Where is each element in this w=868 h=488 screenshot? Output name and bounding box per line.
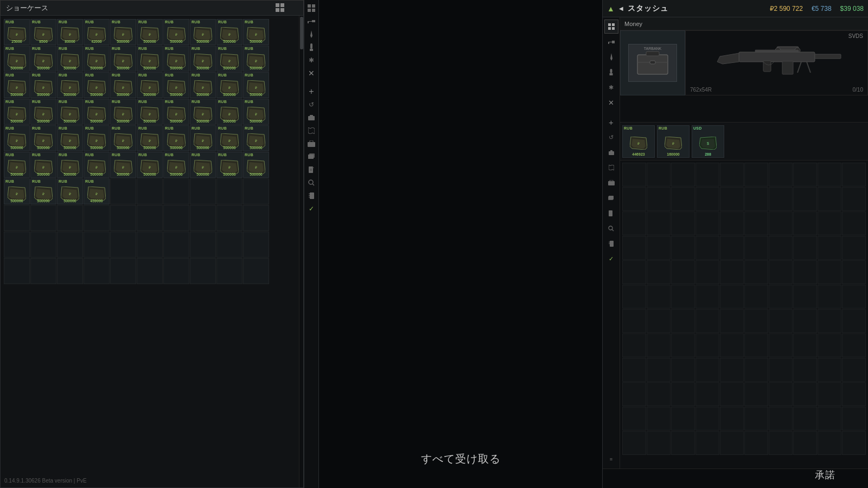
stash-cell[interactable] (842, 260, 866, 284)
stash-cell[interactable] (793, 236, 817, 260)
stash-sidebar-icon-star[interactable]: ✱ (604, 80, 618, 94)
showcase-cell[interactable]: RUB ₽ 500000 (163, 46, 189, 72)
stash-cell[interactable] (769, 382, 793, 406)
stash-cell[interactable] (842, 358, 866, 382)
showcase-cell[interactable]: RUB ₽ 500000 (57, 152, 83, 178)
stash-sidebar-icon-map[interactable] (604, 160, 618, 175)
stash-cell[interactable] (720, 358, 744, 382)
stash-cell[interactable] (647, 431, 671, 455)
stash-cell[interactable] (818, 211, 841, 235)
toolbar-icon-gun[interactable] (305, 15, 317, 27)
stash-cell[interactable] (695, 163, 719, 187)
stash-cell[interactable] (695, 358, 719, 382)
stash-cell[interactable] (671, 382, 695, 406)
toolbar-icon-search[interactable] (305, 177, 317, 189)
stash-sidebar-icon-ammo[interactable] (604, 65, 618, 79)
showcase-cell[interactable]: RUB ₽ 500000 (110, 125, 136, 151)
stash-cell[interactable] (695, 211, 719, 235)
showcase-cell[interactable] (216, 205, 242, 231)
stash-cell[interactable] (622, 407, 646, 431)
showcase-cell[interactable] (216, 232, 242, 258)
showcase-cell[interactable]: RUB ₽ 500000 (4, 178, 30, 204)
showcase-cell[interactable]: RUB ₽ 500000 (84, 125, 110, 151)
showcase-cell[interactable]: RUB ₽ 500000 (163, 19, 189, 45)
stash-cell[interactable] (622, 431, 646, 455)
showcase-cell[interactable]: RUB ₽ 500000 (137, 72, 163, 98)
stash-cell[interactable] (647, 382, 671, 406)
showcase-cell[interactable]: RUB ₽ 500000 (30, 99, 56, 125)
showcase-cell[interactable]: RUB ₽ 500000 (4, 152, 30, 178)
toolbar-icon-notebook[interactable] (305, 190, 317, 202)
showcase-cell[interactable]: RUB ₽ 500000 (30, 125, 56, 151)
stash-sidebar-icon-knife[interactable] (604, 50, 618, 64)
showcase-cell[interactable]: RUB ₽ 500000 (4, 72, 30, 98)
toolbar-icon-doc[interactable] (305, 164, 317, 176)
showcase-cell[interactable] (137, 258, 163, 284)
showcase-cell[interactable]: RUB ₽ 500000 (137, 46, 163, 72)
money-item-rub2[interactable]: RUB ₽ 160000 (657, 125, 690, 158)
stash-cell[interactable] (769, 431, 793, 455)
showcase-cell[interactable]: RUB ₽ 500000 (243, 125, 269, 151)
showcase-cell[interactable] (84, 258, 110, 284)
toolbar-icon-knife[interactable] (305, 28, 317, 40)
stash-cell[interactable] (842, 382, 866, 406)
showcase-cell[interactable]: RUB ₽ 500000 (243, 46, 269, 72)
showcase-cell[interactable]: RUB ₽ 500000 (216, 152, 242, 178)
showcase-cell[interactable] (190, 178, 216, 204)
stash-cell[interactable] (695, 285, 719, 309)
toolbar-icon-map[interactable] (305, 125, 317, 137)
stash-cell[interactable] (793, 358, 817, 382)
stash-cell[interactable] (769, 211, 793, 235)
showcase-cell[interactable]: RUB ₽ 459000 (84, 178, 110, 204)
showcase-cell[interactable] (84, 232, 110, 258)
stash-cell[interactable] (647, 309, 671, 333)
showcase-cell[interactable]: RUB ₽ 500000 (30, 46, 56, 72)
stash-cell[interactable] (769, 407, 793, 431)
stash-cell[interactable] (671, 407, 695, 431)
showcase-cell[interactable]: RUB ₽ 500000 (163, 125, 189, 151)
stash-cell[interactable] (695, 187, 719, 211)
showcase-cell[interactable]: RUB ₽ 25000 (4, 19, 30, 45)
stash-cell[interactable] (769, 358, 793, 382)
stash-cell[interactable] (622, 187, 646, 211)
stash-cell[interactable] (622, 260, 646, 284)
stash-cell[interactable] (842, 285, 866, 309)
stash-cell[interactable] (720, 407, 744, 431)
stash-cell[interactable] (622, 211, 646, 235)
stash-cell[interactable] (818, 309, 841, 333)
showcase-cell[interactable] (137, 178, 163, 204)
scrollbar[interactable] (299, 16, 303, 487)
stash-cell[interactable] (744, 358, 768, 382)
showcase-cell[interactable]: RUB ₽ 500000 (216, 19, 242, 45)
stash-cell[interactable] (671, 333, 695, 357)
showcase-cell[interactable] (4, 205, 30, 231)
toolbar-icon-ammo[interactable] (305, 41, 317, 53)
showcase-cell[interactable]: RUB ₽ 500000 (216, 99, 242, 125)
stash-cell[interactable] (671, 431, 695, 455)
stash-sidebar-icon-briefcase[interactable] (604, 176, 618, 190)
stash-cell[interactable] (647, 285, 671, 309)
stash-cell[interactable] (671, 260, 695, 284)
showcase-cell[interactable]: RUB ₽ 500000 (216, 46, 242, 72)
showcase-cell[interactable] (30, 232, 56, 258)
stash-cell[interactable] (622, 285, 646, 309)
showcase-cell[interactable] (163, 258, 189, 284)
stash-cell[interactable] (793, 187, 817, 211)
stash-cell[interactable] (744, 211, 768, 235)
stash-cell[interactable] (720, 309, 744, 333)
stash-cell[interactable] (720, 163, 744, 187)
showcase-cell[interactable]: RUB ₽ 500000 (57, 72, 83, 98)
stash-cell[interactable] (622, 163, 646, 187)
stash-cell[interactable] (720, 260, 744, 284)
toolbar-icon-check[interactable]: ✓ (305, 203, 317, 215)
showcase-cell[interactable] (163, 232, 189, 258)
showcase-cell[interactable]: RUB ₽ 500000 (163, 72, 189, 98)
stash-cell[interactable] (744, 163, 768, 187)
stash-cell[interactable] (793, 431, 817, 455)
showcase-cell[interactable] (57, 205, 83, 231)
showcase-cell[interactable] (110, 178, 136, 204)
money-item-usd[interactable]: USD $ 288 (692, 125, 724, 158)
showcase-cell[interactable]: RUB ₽ 42000 (84, 19, 110, 45)
showcase-cell[interactable] (84, 205, 110, 231)
stash-cell[interactable] (793, 333, 817, 357)
